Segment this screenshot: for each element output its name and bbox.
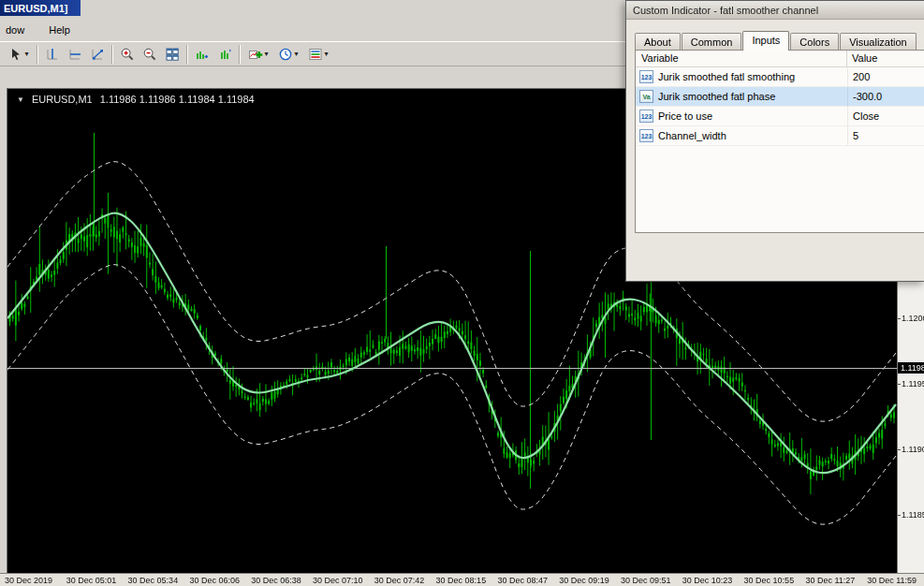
time-axis-label: 30 Dec 06:06	[189, 576, 240, 585]
price-axis-label: 1.1185	[902, 510, 924, 520]
time-axis-label: 30 Dec 06:38	[251, 576, 301, 585]
tab-inputs[interactable]: Inputs	[742, 31, 789, 51]
time-axis-label: 30 Dec 2019	[5, 576, 52, 585]
dropdown-caret-icon[interactable]: ▾	[324, 50, 328, 58]
time-axis-label: 30 Dec 05:01	[66, 576, 117, 585]
tab-colors[interactable]: Colors	[790, 33, 839, 50]
time-axis-label: 30 Dec 07:42	[374, 576, 425, 585]
price-axis-label: 1.1190	[902, 445, 924, 454]
add-indicator-icon[interactable]: ▾	[243, 44, 273, 65]
price-axis-tick	[898, 449, 901, 450]
numeric-type-icon: 123	[639, 110, 653, 123]
variable-value[interactable]: Close	[847, 107, 924, 125]
input-row[interactable]: 123Jurik smoothed fatl smoothing200	[636, 67, 924, 87]
price-axis-tick	[898, 384, 901, 385]
variable-name: Jurik smoothed fatl phase	[658, 91, 775, 102]
cursor-tool-icon[interactable]: ▾	[4, 44, 34, 65]
price-axis-label: 1.1200	[902, 314, 924, 323]
column-header-value[interactable]: Value	[847, 51, 924, 66]
dialog-title-text: Custom Indicator - fatl smoother channel	[633, 5, 818, 16]
toolbar: ▾▾▾▾	[0, 41, 625, 66]
dialog-tabs: AboutCommonInputsColorsVisualization	[635, 31, 917, 50]
price-axis-label: 1.1195	[902, 379, 924, 388]
dropdown-caret-icon[interactable]: ▾	[264, 50, 268, 58]
chart-symbol-label: EURUSD,M1	[32, 94, 93, 105]
toolbar-separator	[239, 45, 241, 64]
dropdown-caret-icon[interactable]: ▾	[24, 50, 28, 58]
time-axis-label: 30 Dec 05:34	[128, 576, 179, 585]
price-axis-tick	[898, 318, 901, 319]
variable-value[interactable]: 5	[847, 126, 924, 145]
window-title-fragment[interactable]: EURUSD,M1]	[0, 0, 81, 16]
chart-symbol-caret-icon[interactable]: ▼	[17, 95, 24, 104]
inputs-panel: Variable Value 123Jurik smoothed fatl sm…	[635, 50, 924, 233]
current-price-label: 1.11985	[898, 362, 924, 374]
time-axis-label: 30 Dec 11:59	[867, 576, 917, 585]
input-row[interactable]: VaJurik smoothed fatl phase-300.0	[636, 87, 924, 107]
input-row[interactable]: 123Channel_width5	[636, 126, 924, 146]
toolbar-separator	[37, 45, 38, 64]
variable-value[interactable]: -300.0	[847, 87, 924, 106]
time-axis-label: 30 Dec 07:10	[313, 576, 363, 585]
time-axis-label: 30 Dec 09:19	[559, 576, 609, 585]
vertical-line-tool-icon[interactable]	[41, 44, 64, 65]
time-axis-label: 30 Dec 08:15	[436, 576, 487, 585]
variable-type-icon: Va	[639, 90, 653, 103]
indicator-dialog: Custom Indicator - fatl smoother channel…	[625, 0, 924, 282]
time-axis-label: 30 Dec 08:47	[497, 576, 548, 585]
price-axis-tick	[898, 515, 901, 516]
variable-value[interactable]: 200	[847, 67, 924, 86]
dialog-titlebar[interactable]: Custom Indicator - fatl smoother channel	[626, 1, 924, 20]
menu-bar: dowHelp	[0, 21, 625, 39]
trendline-tool-icon[interactable]	[86, 44, 109, 65]
tab-common[interactable]: Common	[682, 33, 742, 50]
time-axis-label: 30 Dec 10:23	[682, 576, 733, 585]
menu-item-help[interactable]: Help	[45, 22, 74, 37]
column-header-variable[interactable]: Variable	[636, 51, 847, 66]
zoom-out-icon[interactable]	[139, 44, 161, 65]
time-axis-label: 30 Dec 10:55	[744, 576, 795, 585]
toolbar-separator	[186, 45, 188, 64]
tab-about[interactable]: About	[635, 33, 681, 50]
chart-ohlc-values: 1.11986 1.11986 1.11984 1.11984	[100, 94, 255, 105]
numeric-type-icon: 123	[639, 129, 653, 142]
zoom-in-icon[interactable]	[116, 44, 139, 65]
time-axis-label: 30 Dec 09:51	[621, 576, 671, 585]
inputs-table-header: Variable Value	[636, 51, 924, 67]
time-axis-label: 30 Dec 11:27	[805, 576, 855, 585]
dropdown-caret-icon[interactable]: ▾	[294, 50, 298, 58]
horizontal-line-tool-icon[interactable]	[64, 44, 86, 65]
menu-item-dow[interactable]: dow	[2, 22, 28, 37]
chart-shift-icon[interactable]	[213, 44, 236, 65]
inputs-table-rows: 123Jurik smoothed fatl smoothing200VaJur…	[636, 67, 924, 146]
toolbar-separator	[111, 45, 113, 64]
variable-name: Price to use	[658, 110, 712, 122]
numeric-type-icon: 123	[639, 70, 653, 83]
autoscroll-icon[interactable]	[191, 44, 213, 65]
tile-windows-icon[interactable]	[161, 44, 183, 65]
time-axis[interactable]: 30 Dec 201930 Dec 05:0130 Dec 05:3430 De…	[0, 573, 924, 586]
chart-header: ▼ EURUSD,M1 1.11986 1.11986 1.11984 1.11…	[17, 94, 255, 105]
timeframes-icon[interactable]: ▾	[273, 44, 303, 65]
window-title-text: EURUSD,M1]	[4, 3, 67, 14]
input-row[interactable]: 123Price to useClose	[636, 107, 924, 126]
tab-visualization[interactable]: Visualization	[840, 33, 917, 50]
variable-name: Jurik smoothed fatl smoothing	[658, 71, 795, 82]
templates-icon[interactable]: ▾	[303, 44, 333, 65]
variable-name: Channel_width	[658, 130, 726, 141]
